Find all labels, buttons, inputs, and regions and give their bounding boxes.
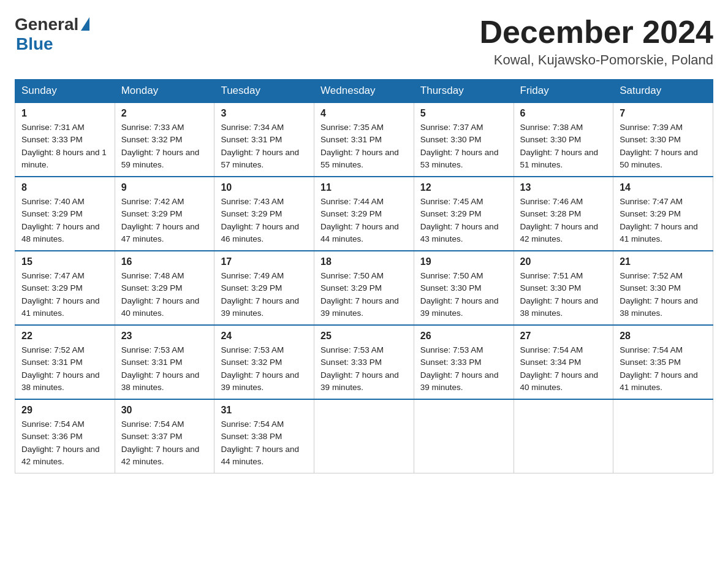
calendar-table: SundayMondayTuesdayWednesdayThursdayFrid… — [15, 79, 713, 473]
calendar-cell: 30 Sunrise: 7:54 AM Sunset: 3:37 PM Dayl… — [115, 399, 214, 473]
month-title: December 2024 — [479, 15, 713, 50]
day-info: Sunrise: 7:54 AM Sunset: 3:37 PM Dayligh… — [121, 418, 208, 468]
calendar-cell — [613, 399, 713, 473]
week-row-1: 1 Sunrise: 7:31 AM Sunset: 3:33 PM Dayli… — [15, 102, 713, 177]
calendar-cell: 11 Sunrise: 7:44 AM Sunset: 3:29 PM Dayl… — [314, 177, 414, 251]
day-info: Sunrise: 7:43 AM Sunset: 3:29 PM Dayligh… — [221, 196, 308, 245]
calendar-cell: 1 Sunrise: 7:31 AM Sunset: 3:33 PM Dayli… — [15, 102, 115, 177]
week-row-2: 8 Sunrise: 7:40 AM Sunset: 3:29 PM Dayli… — [15, 177, 713, 251]
day-number: 12 — [420, 182, 507, 193]
week-row-5: 29 Sunrise: 7:54 AM Sunset: 3:36 PM Dayl… — [15, 399, 713, 473]
day-info: Sunrise: 7:35 AM Sunset: 3:31 PM Dayligh… — [320, 121, 408, 171]
logo: General Blue — [15, 15, 89, 54]
week-row-3: 15 Sunrise: 7:47 AM Sunset: 3:29 PM Dayl… — [15, 251, 713, 325]
day-info: Sunrise: 7:51 AM Sunset: 3:30 PM Dayligh… — [520, 270, 607, 320]
day-info: Sunrise: 7:47 AM Sunset: 3:29 PM Dayligh… — [21, 270, 108, 320]
calendar-cell: 14 Sunrise: 7:47 AM Sunset: 3:29 PM Dayl… — [613, 177, 713, 251]
day-info: Sunrise: 7:50 AM Sunset: 3:30 PM Dayligh… — [420, 270, 507, 320]
title-section: December 2024 Kowal, Kujawsko-Pomorskie,… — [479, 15, 713, 68]
calendar-cell: 22 Sunrise: 7:52 AM Sunset: 3:31 PM Dayl… — [15, 325, 115, 399]
day-info: Sunrise: 7:44 AM Sunset: 3:29 PM Dayligh… — [320, 196, 408, 245]
logo-general-text: General — [15, 15, 78, 34]
day-info: Sunrise: 7:48 AM Sunset: 3:29 PM Dayligh… — [121, 270, 208, 320]
day-number: 26 — [420, 331, 507, 342]
day-number: 6 — [520, 108, 607, 119]
day-number: 16 — [121, 256, 208, 267]
calendar-cell: 9 Sunrise: 7:42 AM Sunset: 3:29 PM Dayli… — [115, 177, 214, 251]
day-number: 11 — [320, 182, 408, 193]
day-info: Sunrise: 7:33 AM Sunset: 3:32 PM Dayligh… — [121, 121, 208, 171]
day-number: 24 — [221, 331, 308, 342]
calendar-cell: 16 Sunrise: 7:48 AM Sunset: 3:29 PM Dayl… — [115, 251, 214, 325]
day-info: Sunrise: 7:54 AM Sunset: 3:34 PM Dayligh… — [520, 344, 607, 394]
calendar-cell: 31 Sunrise: 7:54 AM Sunset: 3:38 PM Dayl… — [214, 399, 314, 473]
day-number: 29 — [21, 405, 108, 416]
day-number: 2 — [121, 108, 208, 119]
day-info: Sunrise: 7:38 AM Sunset: 3:30 PM Dayligh… — [520, 121, 607, 171]
location-subtitle: Kowal, Kujawsko-Pomorskie, Poland — [479, 52, 713, 68]
day-info: Sunrise: 7:50 AM Sunset: 3:29 PM Dayligh… — [320, 270, 408, 320]
weekday-header-monday: Monday — [115, 80, 214, 103]
calendar-cell: 23 Sunrise: 7:53 AM Sunset: 3:31 PM Dayl… — [115, 325, 214, 399]
calendar-cell: 13 Sunrise: 7:46 AM Sunset: 3:28 PM Dayl… — [514, 177, 613, 251]
day-info: Sunrise: 7:53 AM Sunset: 3:31 PM Dayligh… — [121, 344, 208, 394]
calendar-cell: 24 Sunrise: 7:53 AM Sunset: 3:32 PM Dayl… — [214, 325, 314, 399]
calendar-cell — [414, 399, 514, 473]
day-number: 8 — [21, 182, 108, 193]
day-number: 3 — [221, 108, 308, 119]
day-info: Sunrise: 7:47 AM Sunset: 3:29 PM Dayligh… — [620, 196, 707, 245]
calendar-cell: 19 Sunrise: 7:50 AM Sunset: 3:30 PM Dayl… — [414, 251, 514, 325]
day-number: 17 — [221, 256, 308, 267]
day-info: Sunrise: 7:34 AM Sunset: 3:31 PM Dayligh… — [221, 121, 308, 171]
calendar-cell — [314, 399, 414, 473]
weekday-header-sunday: Sunday — [15, 80, 115, 103]
day-number: 28 — [620, 331, 707, 342]
logo-triangle-icon — [81, 17, 89, 31]
day-number: 14 — [620, 182, 707, 193]
calendar-cell: 2 Sunrise: 7:33 AM Sunset: 3:32 PM Dayli… — [115, 102, 214, 177]
calendar-cell: 3 Sunrise: 7:34 AM Sunset: 3:31 PM Dayli… — [214, 102, 314, 177]
calendar-cell: 4 Sunrise: 7:35 AM Sunset: 3:31 PM Dayli… — [314, 102, 414, 177]
calendar-cell: 17 Sunrise: 7:49 AM Sunset: 3:29 PM Dayl… — [214, 251, 314, 325]
calendar-cell: 6 Sunrise: 7:38 AM Sunset: 3:30 PM Dayli… — [514, 102, 613, 177]
day-number: 4 — [320, 108, 408, 119]
day-number: 22 — [21, 331, 108, 342]
day-number: 27 — [520, 331, 607, 342]
days-of-week-row: SundayMondayTuesdayWednesdayThursdayFrid… — [15, 80, 713, 103]
weekday-header-friday: Friday — [514, 80, 613, 103]
calendar-cell: 28 Sunrise: 7:54 AM Sunset: 3:35 PM Dayl… — [613, 325, 713, 399]
calendar-cell: 21 Sunrise: 7:52 AM Sunset: 3:30 PM Dayl… — [613, 251, 713, 325]
day-info: Sunrise: 7:49 AM Sunset: 3:29 PM Dayligh… — [221, 270, 308, 320]
day-number: 23 — [121, 331, 208, 342]
weekday-header-tuesday: Tuesday — [214, 80, 314, 103]
day-number: 1 — [21, 108, 108, 119]
calendar-cell: 25 Sunrise: 7:53 AM Sunset: 3:33 PM Dayl… — [314, 325, 414, 399]
day-number: 10 — [221, 182, 308, 193]
day-info: Sunrise: 7:40 AM Sunset: 3:29 PM Dayligh… — [21, 196, 108, 245]
day-number: 31 — [221, 405, 308, 416]
day-info: Sunrise: 7:52 AM Sunset: 3:30 PM Dayligh… — [620, 270, 707, 320]
day-info: Sunrise: 7:54 AM Sunset: 3:38 PM Dayligh… — [221, 418, 308, 468]
calendar-cell: 5 Sunrise: 7:37 AM Sunset: 3:30 PM Dayli… — [414, 102, 514, 177]
day-number: 20 — [520, 256, 607, 267]
logo-blue-text: Blue — [16, 34, 53, 54]
day-info: Sunrise: 7:37 AM Sunset: 3:30 PM Dayligh… — [420, 121, 507, 171]
day-number: 18 — [320, 256, 408, 267]
calendar-cell: 10 Sunrise: 7:43 AM Sunset: 3:29 PM Dayl… — [214, 177, 314, 251]
weekday-header-saturday: Saturday — [613, 80, 713, 103]
calendar-cell: 20 Sunrise: 7:51 AM Sunset: 3:30 PM Dayl… — [514, 251, 613, 325]
day-number: 7 — [620, 108, 707, 119]
calendar-cell: 18 Sunrise: 7:50 AM Sunset: 3:29 PM Dayl… — [314, 251, 414, 325]
day-info: Sunrise: 7:53 AM Sunset: 3:32 PM Dayligh… — [221, 344, 308, 394]
calendar-cell: 27 Sunrise: 7:54 AM Sunset: 3:34 PM Dayl… — [514, 325, 613, 399]
day-number: 30 — [121, 405, 208, 416]
day-number: 13 — [520, 182, 607, 193]
weekday-header-thursday: Thursday — [414, 80, 514, 103]
day-info: Sunrise: 7:31 AM Sunset: 3:33 PM Dayligh… — [21, 121, 108, 171]
day-info: Sunrise: 7:45 AM Sunset: 3:29 PM Dayligh… — [420, 196, 507, 245]
day-number: 21 — [620, 256, 707, 267]
day-number: 15 — [21, 256, 108, 267]
calendar-cell — [514, 399, 613, 473]
day-info: Sunrise: 7:54 AM Sunset: 3:36 PM Dayligh… — [21, 418, 108, 468]
calendar-cell: 29 Sunrise: 7:54 AM Sunset: 3:36 PM Dayl… — [15, 399, 115, 473]
